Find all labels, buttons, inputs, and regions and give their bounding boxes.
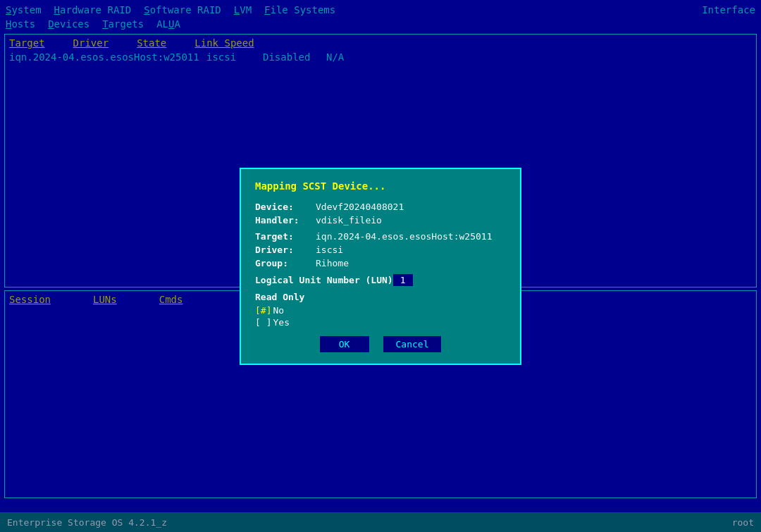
modal-lun-field: Logical Unit Number (LUN) bbox=[255, 274, 506, 286]
lun-input[interactable] bbox=[393, 274, 413, 286]
modal-driver-field: Driver: iscsi bbox=[255, 245, 506, 255]
cancel-button[interactable]: Cancel bbox=[383, 336, 442, 352]
modal-buttons: OK Cancel bbox=[255, 336, 506, 352]
modal-target-label: Target: bbox=[255, 231, 311, 242]
read-only-section: Read Only [#] No [ ] Yes bbox=[255, 292, 506, 328]
modal-handler-value: vdisk_fileio bbox=[316, 215, 382, 225]
radio-yes[interactable]: [ ] Yes bbox=[255, 317, 506, 328]
modal-target-field: Target: iqn.2024-04.esos.esosHost:w25011 bbox=[255, 231, 506, 242]
modal-handler-field: Handler: vdisk_fileio bbox=[255, 215, 506, 225]
modal-driver-value: iscsi bbox=[316, 245, 343, 255]
radio-yes-label: Yes bbox=[273, 317, 289, 328]
ok-button[interactable]: OK bbox=[320, 336, 369, 352]
modal-group-field: Group: Rihome bbox=[255, 258, 506, 268]
modal-lun-label: Logical Unit Number (LUN) bbox=[255, 275, 393, 285]
radio-no-bracket: [#] bbox=[255, 305, 271, 316]
modal-overlay: Mapping SCST Device... Device: Vdevf2024… bbox=[0, 0, 761, 532]
modal-target-value: iqn.2024-04.esos.esosHost:w25011 bbox=[316, 231, 492, 242]
modal-dialog: Mapping SCST Device... Device: Vdevf2024… bbox=[240, 168, 521, 365]
modal-driver-label: Driver: bbox=[255, 245, 311, 255]
modal-device-label: Device: bbox=[255, 202, 311, 212]
modal-device-value: Vdevf20240408021 bbox=[316, 202, 404, 212]
modal-group-value: Rihome bbox=[316, 258, 349, 268]
modal-title: Mapping SCST Device... bbox=[255, 180, 506, 192]
read-only-label: Read Only bbox=[255, 292, 506, 302]
radio-yes-bracket: [ ] bbox=[255, 317, 271, 328]
modal-device-field: Device: Vdevf20240408021 bbox=[255, 202, 506, 212]
radio-no[interactable]: [#] No bbox=[255, 305, 506, 316]
modal-handler-label: Handler: bbox=[255, 215, 311, 225]
radio-no-label: No bbox=[273, 305, 284, 316]
modal-group-label: Group: bbox=[255, 258, 311, 268]
